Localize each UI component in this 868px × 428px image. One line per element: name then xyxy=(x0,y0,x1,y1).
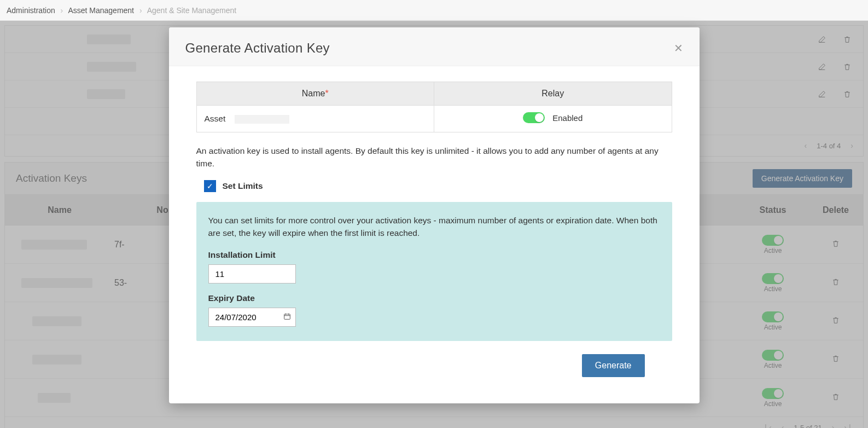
close-icon[interactable]: ✕ xyxy=(674,42,683,55)
required-icon: * xyxy=(325,89,328,98)
expiry-date-input[interactable] xyxy=(208,308,296,327)
generate-activation-key-modal: Generate Activation Key ✕ Name* Relay As… xyxy=(169,27,700,403)
breadcrumb-item[interactable]: Asset Management xyxy=(68,6,134,15)
expiry-date-label: Expiry Date xyxy=(208,293,660,303)
installation-limit-label: Installation Limit xyxy=(208,250,660,260)
relay-state-label: Enabled xyxy=(552,113,582,123)
generate-button[interactable]: Generate xyxy=(582,354,645,377)
modal-overlay: Generate Activation Key ✕ Name* Relay As… xyxy=(0,21,868,428)
breadcrumb-item[interactable]: Administration xyxy=(7,6,55,15)
modal-title: Generate Activation Key xyxy=(185,41,330,56)
limits-panel: You can set limits for more control over… xyxy=(196,202,672,342)
chevron-right-icon: › xyxy=(139,6,142,15)
breadcrumb-item: Agent & Site Management xyxy=(147,6,236,15)
relay-column-header: Relay xyxy=(541,89,564,98)
name-relay-table: Name* Relay Asset Enabled xyxy=(196,82,672,132)
name-input[interactable] xyxy=(235,115,289,124)
set-limits-checkbox[interactable]: ✓ xyxy=(204,180,216,192)
modal-description: An activation key is used to install age… xyxy=(196,144,672,170)
chevron-right-icon: › xyxy=(61,6,63,15)
limits-description: You can set limits for more control over… xyxy=(208,214,660,240)
breadcrumb: Administration › Asset Management › Agen… xyxy=(0,0,868,21)
set-limits-label: Set Limits xyxy=(223,181,263,191)
installation-limit-input[interactable] xyxy=(208,264,296,284)
name-prefix: Asset xyxy=(205,114,226,123)
relay-toggle[interactable] xyxy=(523,112,545,123)
name-column-header: Name xyxy=(302,89,325,98)
